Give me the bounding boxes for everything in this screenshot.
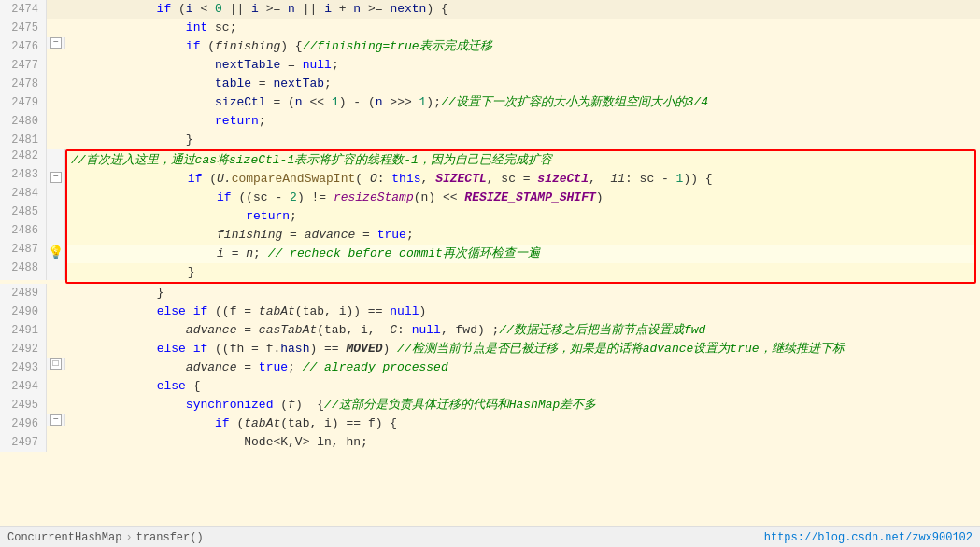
hl-line-2486: finishing = advance = true;	[67, 226, 974, 245]
line-content-2497: Node<K,V> ln, hn;	[65, 433, 980, 452]
line-content-2478: table = nextTab;	[65, 75, 980, 93]
code-line-2478: 2478 table = nextTab;	[0, 75, 980, 93]
hl-content-2485: return;	[67, 207, 974, 226]
line-num-2481: 2481	[0, 131, 47, 149]
code-area: 2474 if (i < 0 || i >= n || i + n >= nex…	[0, 0, 980, 526]
editor: 2474 if (i < 0 || i >= n || i + n >= nex…	[0, 0, 980, 547]
code-line-2494: 2494 else {	[0, 377, 980, 396]
line-num-2491: 2491	[0, 321, 47, 340]
line-content-2489: }	[65, 284, 980, 302]
line-content-2475: int sc;	[65, 19, 980, 37]
gutter-2496: −	[47, 414, 65, 426]
hl-content-2488: }	[67, 263, 974, 282]
gutter-2476: −	[47, 37, 65, 49]
line-content-2491: advance = casTabAt(tab, i, C: null, fwd)…	[65, 321, 980, 340]
status-bar: ConcurrentHashMap › transfer() https://b…	[0, 526, 980, 547]
breadcrumb: ConcurrentHashMap › transfer()	[7, 531, 204, 544]
hl-content-2483: if (U.compareAndSwapInt( O: this, SIZECT…	[67, 170, 974, 189]
line-num-2496: 2496	[0, 414, 47, 433]
highlight-box: //首次进入这里，通过cas将sizeCtl-1表示将扩容的线程数-1，因为自己…	[65, 149, 976, 284]
code-line-2491: 2491 advance = casTabAt(tab, i, C: null,…	[0, 321, 980, 340]
line-num-2489: 2489	[0, 284, 47, 302]
line-num-2475: 2475	[0, 19, 47, 37]
code-line-2493: 2493 □ advance = true; // already proces…	[0, 358, 980, 377]
code-line-2477: 2477 nextTable = null;	[0, 56, 980, 75]
code-line-2474: 2474 if (i < 0 || i >= n || i + n >= nex…	[0, 0, 980, 19]
breadcrumb-method: transfer()	[136, 531, 204, 544]
hl-line-2485: return;	[67, 207, 974, 226]
line-content-2480: return;	[65, 112, 980, 131]
blog-link[interactable]: https://blog.csdn.net/zwx900102	[764, 531, 973, 544]
line-num-2480: 2480	[0, 112, 47, 131]
code-line-2495: 2495 synchronized (f) {//这部分是负责具体迁移的代码和H…	[0, 396, 980, 414]
line-content-2481: }	[65, 131, 980, 149]
line-num-2492: 2492	[0, 340, 47, 358]
code-line-2476: 2476 − if (finishing) {//finishing=true表…	[0, 37, 980, 56]
fold-icon-2476[interactable]: −	[50, 37, 62, 49]
line-content-2492: else if ((fh = f.hash) == MOVED) //检测当前节…	[65, 340, 980, 358]
line-num-2474: 2474	[0, 0, 47, 19]
highlighted-region: 2482 2483 − 2484 2485	[0, 149, 980, 284]
line-content-2493: advance = true; // already processed	[65, 358, 980, 377]
line-num-2479: 2479	[0, 93, 47, 112]
line-num-2497: 2497	[0, 433, 47, 452]
line-content-2496: if (tabAt(tab, i) == f) {	[65, 414, 980, 433]
breadcrumb-class: ConcurrentHashMap	[7, 531, 121, 544]
line-content-2495: synchronized (f) {//这部分是负责具体迁移的代码和HashMa…	[65, 396, 980, 414]
hl-line-2484: if ((sc - 2) != resizeStamp(n) << RESIZE…	[67, 189, 974, 207]
line-num-2494: 2494	[0, 377, 47, 396]
hl-content-2486: finishing = advance = true;	[67, 226, 974, 245]
code-line-2492: 2492 else if ((fh = f.hash) == MOVED) //…	[0, 340, 980, 358]
code-line-2475: 2475 int sc;	[0, 19, 980, 37]
code-line-2489: 2489 }	[0, 284, 980, 302]
gutter-2493: □	[47, 358, 65, 370]
fold-icon-2483[interactable]: −	[50, 172, 62, 183]
code-line-2497: 2497 Node<K,V> ln, hn;	[0, 433, 980, 452]
hl-content-2484: if ((sc - 2) != resizeStamp(n) << RESIZE…	[67, 189, 974, 207]
line-content-2479: sizeCtl = (n << 1) - (n >>> 1);//设置下一次扩容…	[65, 93, 980, 112]
hl-line-2488: }	[67, 263, 974, 282]
hl-line-2483: if (U.compareAndSwapInt( O: this, SIZECT…	[67, 170, 974, 189]
line-num-2490: 2490	[0, 302, 47, 321]
line-num-2477: 2477	[0, 56, 47, 75]
bulb-icon-2487: 💡	[48, 245, 64, 260]
line-num-2476: 2476	[0, 37, 47, 56]
hl-content-2487: i = n; // recheck before commit再次循环检查一遍	[67, 245, 974, 263]
code-line-2479: 2479 sizeCtl = (n << 1) - (n >>> 1);//设置…	[0, 93, 980, 112]
line-num-2478: 2478	[0, 75, 47, 93]
hl-line-2482: //首次进入这里，通过cas将sizeCtl-1表示将扩容的线程数-1，因为自己…	[67, 151, 974, 170]
hl-content-2482: //首次进入这里，通过cas将sizeCtl-1表示将扩容的线程数-1，因为自己…	[67, 151, 974, 170]
line-content-2474: if (i < 0 || i >= n || i + n >= nextn) {	[65, 0, 980, 19]
line-content-2494: else {	[65, 377, 980, 396]
line-num-2493: 2493	[0, 358, 47, 377]
fold-icon-2493[interactable]: □	[50, 358, 62, 370]
line-content-2476: if (finishing) {//finishing=true表示完成迁移	[65, 37, 980, 56]
hl-line-2487: i = n; // recheck before commit再次循环检查一遍	[67, 245, 974, 263]
code-line-2481: 2481 }	[0, 131, 980, 149]
code-line-2496: 2496 − if (tabAt(tab, i) == f) {	[0, 414, 980, 433]
line-num-2495: 2495	[0, 396, 47, 414]
code-line-2490: 2490 else if ((f = tabAt(tab, i)) == nul…	[0, 302, 980, 321]
line-content-2477: nextTable = null;	[65, 56, 980, 75]
breadcrumb-separator: ›	[125, 531, 132, 544]
line-content-2490: else if ((f = tabAt(tab, i)) == null)	[65, 302, 980, 321]
code-line-2480: 2480 return;	[0, 112, 980, 131]
fold-icon-2496[interactable]: −	[50, 414, 62, 426]
